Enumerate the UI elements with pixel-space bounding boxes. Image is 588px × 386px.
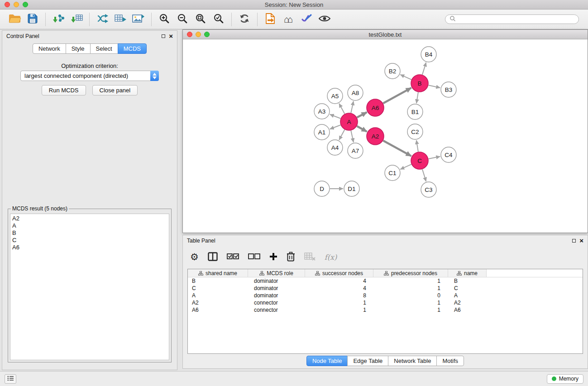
graph-node-B[interactable]: B [411, 75, 428, 92]
graph-node-C4[interactable]: C4 [441, 147, 456, 162]
list-item[interactable]: B [12, 229, 167, 237]
close-window-button[interactable] [5, 2, 10, 7]
zoom-out-button[interactable] [173, 11, 191, 28]
search-input[interactable] [458, 16, 574, 23]
add-column-button[interactable] [269, 253, 277, 262]
table-settings-button[interactable]: ⚙ [190, 253, 199, 262]
graph-edge-A-A8[interactable] [351, 101, 354, 113]
zoom-window-button[interactable] [23, 2, 28, 7]
network-close-button[interactable] [187, 32, 192, 37]
refresh-view-button[interactable] [235, 11, 253, 28]
graph-node-C2[interactable]: C2 [407, 124, 423, 139]
graph-node-C[interactable]: C [411, 152, 428, 169]
graph-edge-C-C1[interactable] [400, 164, 411, 169]
save-session-button[interactable] [24, 11, 42, 28]
graph-edge-A2-C[interactable] [383, 141, 411, 156]
list-item[interactable]: A2 [12, 215, 167, 222]
graph-edge-B-B3[interactable] [429, 85, 440, 88]
graph-node-A1[interactable]: A1 [314, 124, 330, 140]
graph-node-A3[interactable]: A3 [314, 104, 330, 119]
select-all-columns-button[interactable] [227, 253, 239, 262]
home-networks-button[interactable]: ⌂⌂ [279, 11, 297, 28]
optimization-criterion-dropdown[interactable]: largest connected component (directed) [20, 71, 159, 81]
graph-node-A2[interactable]: A2 [367, 128, 384, 145]
graph-edge-A-A5[interactable] [339, 104, 344, 114]
tab-style[interactable]: Style [66, 43, 91, 54]
graph-node-A5[interactable]: A5 [327, 88, 343, 104]
graph-node-B2[interactable]: B2 [385, 63, 400, 79]
memory-button[interactable]: Memory [547, 374, 583, 384]
export-image-button[interactable] [129, 11, 148, 28]
graph-edge-B-B1[interactable] [416, 92, 418, 103]
graph-node-B4[interactable]: B4 [421, 47, 436, 62]
deselect-all-columns-button[interactable] [248, 253, 260, 262]
tab-motifs[interactable]: Motifs [436, 356, 464, 366]
graph-edge-A6-B[interactable] [383, 88, 411, 103]
graph-node-D1[interactable]: D1 [344, 181, 359, 196]
column-header[interactable]: name [448, 269, 487, 277]
column-header[interactable]: shared name [188, 269, 248, 277]
graph-edge-C-C4[interactable] [429, 157, 440, 159]
import-table-file-button[interactable] [67, 11, 86, 28]
table-row[interactable]: Cdominator41C [188, 285, 583, 292]
graph-node-A6[interactable]: A6 [367, 99, 384, 116]
list-item[interactable]: C [12, 237, 167, 244]
tab-select[interactable]: Select [90, 43, 118, 54]
table-row[interactable]: Bdominator41B [188, 277, 583, 285]
column-header[interactable]: MCDS role [248, 269, 305, 277]
graph-edge-C-C2[interactable] [416, 140, 418, 152]
delete-column-button[interactable] [287, 252, 295, 263]
import-network-file-button[interactable] [49, 11, 67, 28]
apply-style-button[interactable] [297, 11, 316, 28]
graph-edge-B-B4[interactable] [422, 62, 426, 75]
tab-mcds[interactable]: MCDS [118, 43, 147, 54]
tab-network[interactable]: Network [33, 43, 66, 54]
graph-node-A8[interactable]: A8 [348, 85, 363, 100]
mcds-result-list[interactable]: A2ABCA6 [10, 214, 169, 360]
network-minimize-button[interactable] [196, 32, 201, 37]
graph-edge-A-A6[interactable] [357, 112, 367, 118]
graph-edge-A-A1[interactable] [330, 125, 341, 129]
graph-edge-A-A3[interactable] [330, 114, 341, 119]
export-network-button[interactable] [93, 11, 111, 28]
open-session-button[interactable] [5, 11, 24, 28]
graph-edge-A-A4[interactable] [339, 130, 344, 140]
column-header[interactable]: predecessor nodes [373, 269, 448, 277]
graph-node-A7[interactable]: A7 [348, 143, 363, 158]
export-table-button[interactable] [111, 11, 129, 28]
table-row[interactable]: A6connector11A6 [188, 306, 583, 314]
close-panel-button[interactable]: Close panel [92, 85, 138, 95]
float-panel-icon[interactable] [162, 34, 165, 38]
new-network-from-selection-button[interactable] [261, 11, 279, 28]
graph-node-A4[interactable]: A4 [327, 140, 343, 155]
tab-network-table[interactable]: Network Table [388, 356, 437, 366]
graph-node-B1[interactable]: B1 [407, 104, 423, 119]
float-table-panel-icon[interactable] [572, 239, 576, 243]
run-mcds-button[interactable]: Run MCDS [42, 85, 86, 95]
graph-node-A[interactable]: A [340, 113, 358, 130]
list-item[interactable]: A6 [12, 244, 167, 251]
graph-edge-A-A7[interactable] [351, 131, 354, 143]
table-row[interactable]: A2connector11A2 [188, 299, 583, 306]
graph-node-D[interactable]: D [314, 181, 330, 196]
search-box[interactable] [445, 14, 579, 24]
graph-node-C3[interactable]: C3 [421, 182, 436, 197]
graph-edge-B-B2[interactable] [400, 75, 411, 80]
column-header[interactable]: successor nodes [305, 269, 373, 277]
network-window-titlebar[interactable]: testGlobe.txt [183, 30, 588, 39]
zoom-in-button[interactable] [155, 11, 173, 28]
close-panel-icon[interactable]: × [169, 34, 173, 38]
table-row[interactable]: Adominator80A [188, 292, 583, 299]
function-builder-button[interactable]: f(x) [325, 253, 337, 262]
task-history-button[interactable] [5, 374, 16, 384]
graph-edge-C-C3[interactable] [422, 169, 426, 181]
list-item[interactable]: A [12, 222, 167, 229]
zoom-fit-button[interactable] [191, 11, 210, 28]
delete-table-button[interactable] [304, 253, 316, 262]
network-canvas[interactable]: B4B2BB3A5A8A6B1A3AA1C2A2A4A7C4CC1C3DD1 [183, 39, 588, 232]
show-hide-button[interactable] [316, 11, 334, 28]
close-table-panel-icon[interactable]: × [579, 238, 583, 243]
network-zoom-button[interactable] [204, 32, 210, 37]
show-columns-button[interactable] [208, 252, 218, 262]
graph-node-C1[interactable]: C1 [385, 165, 400, 181]
